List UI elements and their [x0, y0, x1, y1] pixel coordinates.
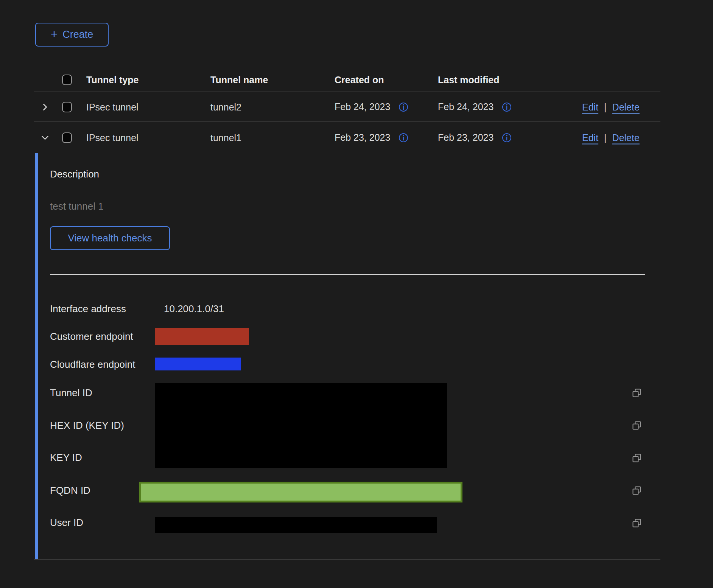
info-icon[interactable]	[398, 101, 409, 113]
copy-icon[interactable]	[631, 420, 643, 431]
chevron-right-icon[interactable]	[39, 101, 51, 113]
created-on-cell: Feb 24, 2023	[335, 101, 409, 113]
tunnel-name-cell: tunnel2	[210, 101, 241, 112]
tunnel-type-cell: IPsec tunnel	[86, 101, 139, 112]
expanded-row-accent-bar	[35, 153, 38, 559]
table-row: IPsec tunnel tunnel2 Feb 24, 2023 Feb 24…	[34, 92, 660, 122]
copy-icon[interactable]	[631, 485, 643, 496]
last-modified-value: Feb 24, 2023	[438, 101, 493, 112]
user-id-redacted-value	[155, 517, 437, 533]
row-actions: Edit | Delete	[582, 101, 640, 112]
user-id-label: User ID	[50, 517, 83, 529]
delete-link[interactable]: Delete	[612, 132, 640, 143]
delete-link[interactable]: Delete	[612, 101, 640, 112]
created-on-value: Feb 23, 2023	[335, 132, 390, 143]
action-separator: |	[604, 101, 607, 112]
action-separator: |	[604, 132, 607, 143]
key-id-label: KEY ID	[50, 452, 82, 464]
column-header-tunnel-name: Tunnel name	[210, 75, 268, 86]
description-heading: Description	[50, 168, 99, 180]
create-button[interactable]: + Create	[35, 23, 109, 47]
table-header: Tunnel type Tunnel name Created on Last …	[34, 68, 660, 92]
column-header-created-on: Created on	[335, 75, 384, 86]
table-bottom-divider	[34, 559, 660, 560]
select-all-checkbox[interactable]	[62, 75, 72, 85]
copy-icon[interactable]	[631, 453, 643, 464]
cloudflare-endpoint-label: Cloudflare endpoint	[50, 359, 135, 370]
created-on-value: Feb 24, 2023	[335, 101, 390, 112]
plus-icon: +	[51, 28, 58, 40]
tunnel-type-cell: IPsec tunnel	[86, 132, 139, 143]
row-checkbox[interactable]	[62, 102, 72, 112]
column-header-tunnel-type: Tunnel type	[86, 75, 139, 86]
tunnel-id-label: Tunnel ID	[50, 387, 92, 399]
ids-redacted-value	[155, 383, 447, 468]
create-button-label: Create	[62, 29, 93, 40]
cloudflare-endpoint-redacted-value	[155, 358, 241, 370]
info-icon[interactable]	[501, 132, 512, 143]
last-modified-cell: Feb 24, 2023	[438, 101, 512, 113]
chevron-down-icon[interactable]	[39, 132, 51, 143]
fqdn-id-label: FQDN ID	[50, 485, 90, 496]
tunnel-name-cell: tunnel1	[210, 132, 241, 143]
last-modified-value: Feb 23, 2023	[438, 132, 493, 143]
info-icon[interactable]	[501, 101, 512, 113]
interface-address-value: 10.200.1.0/31	[164, 303, 224, 315]
customer-endpoint-redacted-value	[155, 328, 249, 345]
created-on-cell: Feb 23, 2023	[335, 132, 409, 143]
row-actions: Edit | Delete	[582, 132, 640, 143]
copy-icon[interactable]	[631, 518, 643, 529]
hex-id-label: HEX ID (KEY ID)	[50, 420, 124, 431]
customer-endpoint-label: Customer endpoint	[50, 331, 133, 342]
row-checkbox[interactable]	[62, 132, 72, 143]
copy-icon[interactable]	[631, 387, 643, 399]
table-row: IPsec tunnel tunnel1 Feb 23, 2023 Feb 23…	[34, 122, 660, 153]
interface-address-label: Interface address	[50, 303, 126, 315]
info-icon[interactable]	[398, 132, 409, 143]
last-modified-cell: Feb 23, 2023	[438, 132, 512, 143]
view-health-checks-button[interactable]: View health checks	[50, 226, 170, 250]
edit-link[interactable]: Edit	[582, 132, 598, 143]
section-divider	[50, 274, 645, 275]
description-text: test tunnel 1	[50, 201, 104, 212]
fqdn-id-redacted-value	[139, 482, 462, 502]
column-header-last-modified: Last modified	[438, 75, 500, 86]
edit-link[interactable]: Edit	[582, 101, 598, 112]
